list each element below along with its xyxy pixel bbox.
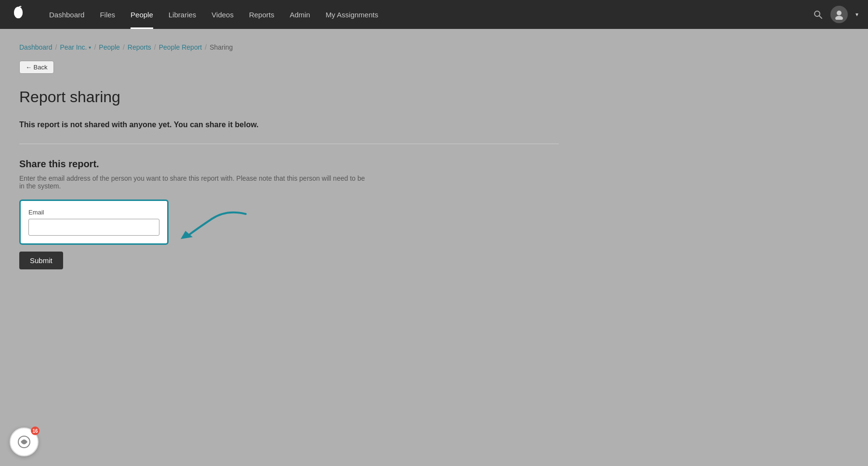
svg-line-3 <box>819 16 822 19</box>
submit-button[interactable]: Submit <box>19 252 63 269</box>
arrow-annotation <box>159 204 255 248</box>
section-divider <box>19 144 559 144</box>
app-logo[interactable] <box>10 6 27 23</box>
breadcrumb-current: Sharing <box>210 43 233 51</box>
share-instruction: Enter the email address of the person yo… <box>19 174 366 190</box>
nav-files[interactable]: Files <box>92 0 123 29</box>
email-label: Email <box>28 209 159 216</box>
chevron-down-icon: ▾ <box>89 45 91 50</box>
navbar: Dashboard Files People Libraries Videos … <box>0 0 868 29</box>
breadcrumb-people-report[interactable]: People Report <box>159 43 202 51</box>
breadcrumb-sep-4: / <box>154 43 156 51</box>
widget-icon <box>17 435 31 449</box>
svg-marker-6 <box>181 231 193 239</box>
breadcrumb-org[interactable]: Pear Inc. ▾ <box>60 43 91 51</box>
nav-links: Dashboard Files People Libraries Videos … <box>41 0 813 29</box>
user-avatar[interactable] <box>830 6 848 23</box>
navbar-right: ▾ <box>813 6 858 23</box>
breadcrumb-reports[interactable]: Reports <box>128 43 151 51</box>
nav-people[interactable]: People <box>123 0 161 29</box>
back-button[interactable]: ← Back <box>19 61 54 74</box>
breadcrumb-dashboard[interactable]: Dashboard <box>19 43 53 51</box>
user-dropdown-arrow[interactable]: ▾ <box>855 11 858 18</box>
main-content: Dashboard / Pear Inc. ▾ / People / Repor… <box>0 29 578 284</box>
bottom-widget[interactable]: 16 <box>10 427 39 456</box>
search-button[interactable] <box>813 10 823 19</box>
email-highlight-box: Email <box>19 200 169 245</box>
nav-videos[interactable]: Videos <box>204 0 241 29</box>
svg-point-5 <box>835 16 843 20</box>
email-input[interactable] <box>28 219 159 236</box>
nav-reports[interactable]: Reports <box>241 0 282 29</box>
breadcrumb-sep-1: / <box>55 43 57 51</box>
breadcrumb-sep-5: / <box>205 43 207 51</box>
nav-my-assignments[interactable]: My Assignments <box>318 0 386 29</box>
widget-badge: 16 <box>31 426 39 435</box>
not-shared-message: This report is not shared with anyone ye… <box>19 120 559 129</box>
nav-dashboard[interactable]: Dashboard <box>41 0 92 29</box>
breadcrumb-sep-2: / <box>94 43 96 51</box>
email-form-wrapper: Email <box>19 200 559 245</box>
page-title: Report sharing <box>19 88 559 106</box>
nav-libraries[interactable]: Libraries <box>161 0 204 29</box>
breadcrumb-sep-3: / <box>123 43 125 51</box>
nav-admin[interactable]: Admin <box>282 0 318 29</box>
svg-point-1 <box>14 7 23 18</box>
breadcrumb-people[interactable]: People <box>99 43 120 51</box>
svg-point-4 <box>837 11 842 15</box>
share-section-title: Share this report. <box>19 159 559 170</box>
breadcrumb: Dashboard / Pear Inc. ▾ / People / Repor… <box>19 43 559 51</box>
